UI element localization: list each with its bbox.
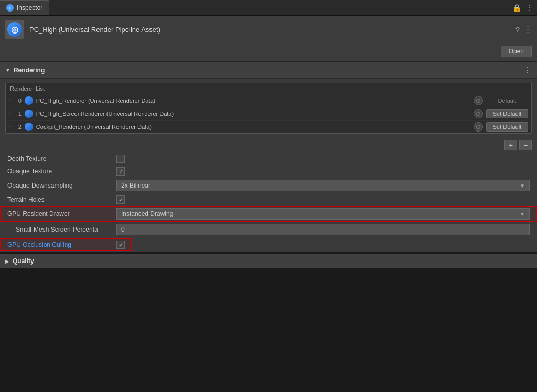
renderer-name-0: PC_High_Renderer (Universal Renderer Dat… [36,97,470,104]
row-index-1: 1 [15,111,22,117]
add-renderer-button[interactable]: + [504,140,517,150]
set-default-btn-1[interactable]: Set Default [486,109,528,118]
renderer-name-2: Cockpit_Renderer (Universal Renderer Dat… [36,124,470,130]
remove-renderer-button[interactable]: − [519,140,532,150]
small-mesh-label: Small-Mesh Screen-Percenta [7,226,112,233]
terrain-holes-checkbox[interactable] [116,195,125,204]
renderer-list-box: Renderer List ≡ 0 PC_High_Renderer (Univ… [5,83,532,134]
inspector-tab[interactable]: i Inspector [0,0,49,15]
gpu-occlusion-culling-label: GPU Occlusion Culling [7,241,112,248]
target-btn-2[interactable] [474,122,483,132]
gpu-occlusion-culling-row: GPU Occlusion Culling [0,238,132,251]
set-default-btn-2[interactable]: Set Default [486,122,528,132]
target-dot-1 [476,112,480,116]
opaque-downsampling-arrow: ▼ [520,183,525,189]
row-index-0: 0 [15,97,22,104]
gpu-resident-drawer-value: Instanced Drawing [121,210,173,217]
open-row: Open [0,43,537,62]
small-mesh-input[interactable]: 0 [116,224,530,235]
gpu-resident-drawer-dropdown[interactable]: Instanced Drawing ▼ [116,208,530,220]
rendering-section-header: ▼ Rendering ⋮ [0,62,537,79]
drag-handle-0[interactable]: ≡ [9,98,12,104]
tab-info-icon: i [6,4,14,12]
rendering-collapse-icon[interactable]: ▼ [5,67,10,73]
tab-menu-icon[interactable]: ⋮ [525,4,533,12]
renderer-name-1: PC_High_ScreenRenderer (Universal Render… [36,111,470,117]
gpu-occlusion-culling-checkbox[interactable] [116,241,125,249]
asset-title: PC_High (Universal Render Pipeline Asset… [29,26,510,34]
renderer-icon-1 [25,110,33,118]
depth-texture-label: Depth Texture [7,155,112,162]
renderer-icon-0 [25,96,33,105]
content-area: ▼ Rendering ⋮ Renderer List ≡ 0 PC_High_… [0,62,537,252]
small-mesh-value: 0 [121,226,125,233]
opaque-downsampling-label: Opaque Downsampling [7,182,112,189]
renderer-row-1: ≡ 1 PC_High_ScreenRenderer (Universal Re… [6,107,531,121]
opaque-downsampling-row: Opaque Downsampling 2x Bilinear ▼ [0,178,537,193]
terrain-holes-row: Terrain Holes [0,193,537,206]
small-mesh-row: Small-Mesh Screen-Percenta 0 [0,222,537,237]
rendering-section-title: Rendering [14,67,520,74]
target-dot-2 [476,125,480,129]
gpu-resident-drawer-row: GPU Resident Drawer Instanced Drawing ▼ [0,206,537,222]
renderer-row-2: ≡ 2 Cockpit_Renderer (Universal Renderer… [6,121,531,133]
renderer-row-0: ≡ 0 PC_High_Renderer (Universal Renderer… [6,94,531,107]
rendering-section-menu[interactable]: ⋮ [523,65,532,75]
row-index-2: 2 [15,124,22,130]
add-remove-row: + − [0,138,537,153]
asset-icon-symbol: ◎ [11,25,18,35]
gpu-resident-drawer-arrow: ▼ [520,211,525,217]
renderer-list-label: Renderer List [6,83,531,94]
target-btn-0[interactable] [474,96,483,105]
open-button[interactable]: Open [501,46,532,57]
inspector-header: ◎ PC_High (Universal Render Pipeline Ass… [0,16,537,43]
asset-icon: ◎ [5,20,24,39]
default-label-0: Default [486,97,528,104]
lock-icon[interactable]: 🔒 [512,4,521,12]
header-right-actions: ? ⋮ [515,25,532,34]
opaque-downsampling-value: 2x Bilinear [121,182,151,189]
drag-handle-2[interactable]: ≡ [9,124,12,130]
quality-section-header: ▶ Quality [0,254,537,268]
opaque-downsampling-dropdown[interactable]: 2x Bilinear ▼ [116,180,530,191]
header-menu-icon[interactable]: ⋮ [524,25,532,34]
asset-icon-inner: ◎ [7,22,22,37]
target-dot-0 [476,99,480,103]
opaque-texture-label: Opaque Texture [7,168,112,175]
target-btn-1[interactable] [474,109,483,118]
help-icon[interactable]: ? [515,25,520,34]
terrain-holes-label: Terrain Holes [7,196,112,203]
opaque-texture-row: Opaque Texture [0,165,537,178]
opaque-texture-checkbox[interactable] [116,167,125,176]
depth-texture-row: Depth Texture [0,153,537,165]
tab-label: Inspector [17,4,42,12]
gpu-resident-drawer-label: GPU Resident Drawer [7,210,112,217]
tab-actions: 🔒 ⋮ [512,0,537,15]
depth-texture-checkbox[interactable] [116,155,125,163]
quality-section-title: Quality [13,257,34,265]
quality-collapse-icon[interactable]: ▶ [5,258,9,264]
renderer-icon-2 [25,123,33,131]
tab-bar: i Inspector 🔒 ⋮ [0,0,537,16]
drag-handle-1[interactable]: ≡ [9,111,12,117]
